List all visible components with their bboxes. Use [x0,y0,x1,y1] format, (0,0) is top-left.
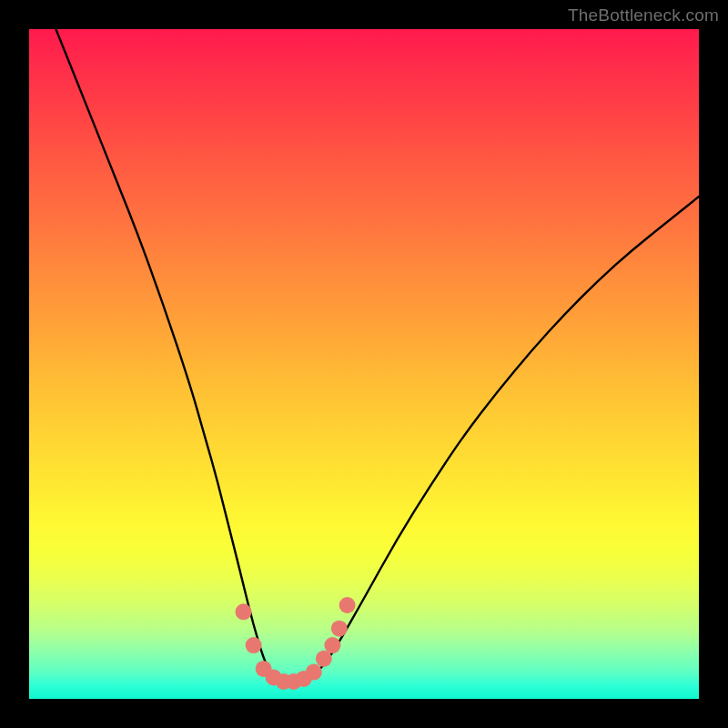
highlight-dot [236,603,252,620]
watermark-text: TheBottleneck.com [568,5,719,25]
curve-layer [29,29,699,699]
highlight-dot [246,637,262,653]
highlight-dots [236,597,356,690]
bottleneck-curve [56,29,699,684]
highlight-dot [324,637,340,653]
highlight-dot [339,597,356,613]
highlight-dot [316,651,332,667]
highlight-dot [331,621,348,637]
plot-area [29,29,699,699]
highlight-dot [306,664,322,681]
chart-frame: TheBottleneck.com [0,0,728,728]
